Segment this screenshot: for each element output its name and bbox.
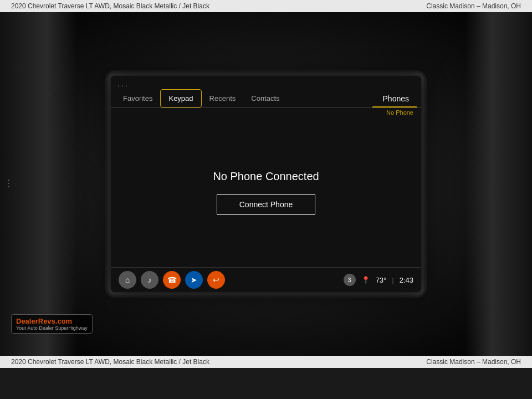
- watermark-logo-main: Revs: [38, 317, 55, 325]
- tab-recents[interactable]: Recents: [202, 90, 244, 107]
- tab-navigation: Favorites Keypad Recents Contacts Phones: [111, 89, 421, 108]
- no-phone-connected-message: No Phone Connected: [213, 170, 319, 183]
- phone-icon[interactable]: ☎: [163, 271, 181, 289]
- infotainment-screen: ... Favorites Keypad Recents Contacts Ph…: [111, 76, 421, 292]
- bottom-info-bar: 2020 Chevrolet Traverse LT AWD, Mosaic B…: [0, 356, 532, 368]
- watermark-logo-colored: Dealer: [16, 317, 38, 325]
- time-display: 2:43: [400, 276, 413, 284]
- top-bar-right: Classic Madison – Madison, OH: [426, 2, 521, 10]
- status-divider: |: [392, 276, 393, 284]
- screen-content: ... Favorites Keypad Recents Contacts Ph…: [111, 76, 421, 292]
- location-icon: 📍: [361, 276, 370, 284]
- bottom-bar-right: Classic Madison – Madison, OH: [426, 358, 521, 366]
- connect-phone-button[interactable]: Connect Phone: [217, 194, 316, 215]
- screen-bottom-bar: ⌂ ♪ ☎ ➤ ↩ 3 📍 73° | 2:43: [111, 267, 421, 292]
- watermark: DealerRevs.com Your Auto Dealer SuperHig…: [11, 314, 93, 334]
- bottom-bar-left: 2020 Chevrolet Traverse LT AWD, Mosaic B…: [11, 358, 209, 366]
- watermark-logo: DealerRevs.com: [16, 317, 88, 325]
- bottom-icons-group: ⌂ ♪ ☎ ➤ ↩: [119, 271, 225, 289]
- status-area: 3 📍 73° | 2:43: [344, 274, 413, 286]
- main-content-area: No Phone Connected Connect Phone: [111, 118, 421, 267]
- tab-phones[interactable]: Phones: [375, 90, 417, 108]
- car-body-right: [466, 12, 532, 356]
- tab-favorites[interactable]: Favorites: [115, 90, 160, 107]
- top-bar-left: 2020 Chevrolet Traverse LT AWD, Mosaic B…: [11, 2, 209, 10]
- tab-keypad[interactable]: Keypad: [160, 89, 201, 108]
- navigation-icon[interactable]: ➤: [185, 271, 203, 289]
- no-phone-sublabel: No Phone: [111, 108, 421, 118]
- phones-underline: [372, 106, 417, 108]
- home-icon[interactable]: ⌂: [119, 271, 136, 289]
- status-circle-num: 3: [344, 274, 356, 286]
- temperature-display: 73°: [376, 276, 387, 284]
- watermark-tagline: Your Auto Dealer SuperHighway: [16, 325, 88, 331]
- app-icon[interactable]: ↩: [207, 271, 225, 289]
- car-surround: ... Favorites Keypad Recents Contacts Ph…: [0, 12, 532, 356]
- tab-contacts[interactable]: Contacts: [243, 90, 287, 107]
- top-info-bar: 2020 Chevrolet Traverse LT AWD, Mosaic B…: [0, 0, 532, 12]
- car-dots-left: ...: [7, 179, 16, 189]
- screen-dots-top: ...: [111, 76, 421, 89]
- watermark-logo-suffix: .com: [55, 317, 72, 325]
- music-icon[interactable]: ♪: [141, 271, 158, 289]
